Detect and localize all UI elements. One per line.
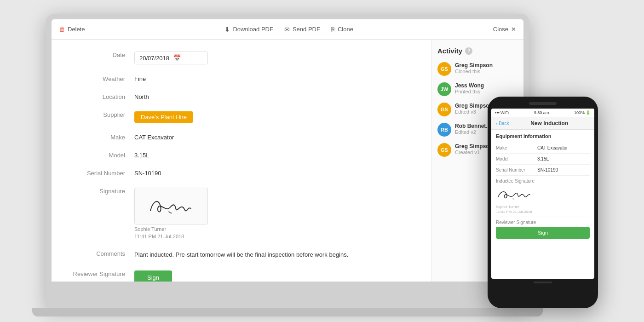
calendar-icon: 📅 xyxy=(173,54,181,62)
make-value: CAT Excavator xyxy=(134,131,413,141)
laptop-base xyxy=(32,308,543,316)
phone-sig-date: 11:41 PM 21-Jul-2018 xyxy=(496,210,590,214)
make-row: Make CAT Excavator xyxy=(70,131,413,141)
toolbar-center: ⬇ Download PDF ✉ Send PDF ⎘ Clone xyxy=(224,26,353,33)
location-row: Location North xyxy=(70,91,413,100)
signature-box xyxy=(134,188,208,224)
phone-screen-title: New Induction xyxy=(530,120,568,126)
activity-name-1: Jess Wong xyxy=(455,82,518,89)
signature-name: Sophie Turner xyxy=(134,226,413,232)
location-value: North xyxy=(134,91,413,100)
activity-item-1: JW Jess Wong Printed this xyxy=(437,82,518,96)
clone-label: Clone xyxy=(338,26,353,33)
phone-section-title: Equipment Information xyxy=(496,133,590,139)
phone-time: 9:30 am xyxy=(534,110,549,115)
phone-reviewer-row: Reviewer Signature Sign xyxy=(496,217,590,242)
download-icon: ⬇ xyxy=(224,26,230,33)
date-value: 20/07/2018 xyxy=(139,55,169,62)
send-pdf-label: Send PDF xyxy=(293,26,320,33)
send-pdf-button[interactable]: ✉ Send PDF xyxy=(284,26,320,33)
form-panel: Date 20/07/2018 📅 Weather Fine xyxy=(52,40,431,282)
phone-sign-button[interactable]: Sign xyxy=(496,227,590,239)
activity-title: Activity xyxy=(437,47,462,55)
supplier-label: Supplier xyxy=(70,109,134,118)
serial-value: SN-10190 xyxy=(134,167,413,177)
phone-sig-box xyxy=(496,185,590,204)
clone-button[interactable]: ⎘ Clone xyxy=(331,26,353,33)
sign-button[interactable]: Sign xyxy=(134,270,172,282)
phone-sig-name: Sophie Turner xyxy=(496,205,590,209)
clone-icon: ⎘ xyxy=(331,26,335,33)
phone-make-row: Make CAT Excavator xyxy=(496,143,590,154)
laptop: 🗑 Delete ⬇ Download PDF ✉ Send PDF ⎘ Clo… xyxy=(46,14,529,308)
make-label: Make xyxy=(70,131,134,141)
signature-drawing xyxy=(141,192,201,220)
phone-serial-label: Serial Number xyxy=(496,167,537,172)
reviewer-label: Reviewer Signature xyxy=(70,268,134,277)
phone-back-button[interactable]: ‹ Back xyxy=(496,121,509,126)
trash-icon: 🗑 xyxy=(59,26,65,33)
activity-action-0: Cloned this xyxy=(455,69,518,74)
phone-model-value: 3.15L xyxy=(537,156,590,161)
serial-label: Serial Number xyxy=(70,167,134,177)
download-pdf-label: Download PDF xyxy=(233,26,273,33)
send-icon: ✉ xyxy=(284,26,290,33)
delete-button[interactable]: 🗑 Delete xyxy=(59,26,85,33)
model-row: Model 3.15L xyxy=(70,149,413,159)
activity-item-0: GS Greg Simpson Cloned this xyxy=(437,62,518,76)
signature-label: Signature xyxy=(70,185,134,195)
scene: 🗑 Delete ⬇ Download PDF ✉ Send PDF ⎘ Clo… xyxy=(46,14,598,308)
weather-row: Weather Fine xyxy=(70,73,413,82)
supplier-row: Supplier Dave's Plant Hire xyxy=(70,109,413,123)
close-label: Close xyxy=(493,26,508,33)
date-input[interactable]: 20/07/2018 📅 xyxy=(134,52,208,64)
toolbar: 🗑 Delete ⬇ Download PDF ✉ Send PDF ⎘ Clo… xyxy=(52,19,523,40)
back-label: Back xyxy=(499,121,509,126)
phone-screen: ▪▪▪ WiFi 9:30 am 100%🔋 ‹ Back New Induct… xyxy=(491,109,594,279)
phone-battery: 100%🔋 xyxy=(574,110,591,115)
laptop-screen: 🗑 Delete ⬇ Download PDF ✉ Send PDF ⎘ Clo… xyxy=(52,19,523,282)
phone: ▪▪▪ WiFi 9:30 am 100%🔋 ‹ Back New Induct… xyxy=(488,97,598,308)
phone-sig-label: Inductee Signature xyxy=(496,178,590,184)
phone-model-row: Model 3.15L xyxy=(496,154,590,165)
supplier-badge: Dave's Plant Hire xyxy=(134,111,193,123)
phone-model-label: Model xyxy=(496,156,537,161)
weather-value: Fine xyxy=(134,73,413,82)
phone-speaker xyxy=(529,102,557,105)
help-icon[interactable]: ? xyxy=(465,47,472,55)
content-area: Date 20/07/2018 📅 Weather Fine xyxy=(52,40,523,282)
activity-action-1: Printed this xyxy=(455,89,518,94)
download-pdf-button[interactable]: ⬇ Download PDF xyxy=(224,26,273,33)
phone-serial-value: SN-10190 xyxy=(537,167,590,172)
phone-signal: ▪▪▪ WiFi xyxy=(495,110,509,115)
comments-row: Comments Plant inducted. Pre-start tomor… xyxy=(70,247,413,259)
signature-row: Signature Sophie Turner 11:41 PM 21-Jul-… xyxy=(70,185,413,239)
close-button[interactable]: Close ✕ xyxy=(493,26,516,33)
phone-make-value: CAT Excavator xyxy=(537,145,590,150)
avatar-gs-3: GS xyxy=(437,143,451,157)
avatar-gs-1: GS xyxy=(437,62,451,76)
phone-make-label: Make xyxy=(496,145,537,150)
serial-row: Serial Number SN-10190 xyxy=(70,167,413,177)
comments-value: Plant inducted. Pre-start tomorrow will … xyxy=(134,247,413,259)
model-value: 3.15L xyxy=(134,149,413,159)
weather-label: Weather xyxy=(70,73,134,82)
activity-header: Activity ? xyxy=(437,47,518,55)
phone-nav: ‹ Back New Induction xyxy=(491,117,594,130)
delete-label: Delete xyxy=(68,26,85,33)
comments-label: Comments xyxy=(70,247,134,257)
location-label: Location xyxy=(70,91,134,100)
avatar-jw: JW xyxy=(437,82,451,96)
phone-status-bar: ▪▪▪ WiFi 9:30 am 100%🔋 xyxy=(491,109,594,117)
phone-serial-row: Serial Number SN-10190 xyxy=(496,165,590,176)
date-row: Date 20/07/2018 📅 xyxy=(70,49,413,64)
avatar-rb: RB xyxy=(437,123,451,137)
chevron-left-icon: ‹ xyxy=(496,121,497,126)
phone-content: Equipment Information Make CAT Excavator… xyxy=(491,130,594,279)
date-label: Date xyxy=(70,49,134,58)
phone-reviewer-label: Reviewer Signature xyxy=(496,220,590,225)
reviewer-row: Reviewer Signature Sign xyxy=(70,268,413,282)
avatar-gs-2: GS xyxy=(437,103,451,116)
model-label: Model xyxy=(70,149,134,159)
phone-signature-drawing xyxy=(496,187,542,203)
